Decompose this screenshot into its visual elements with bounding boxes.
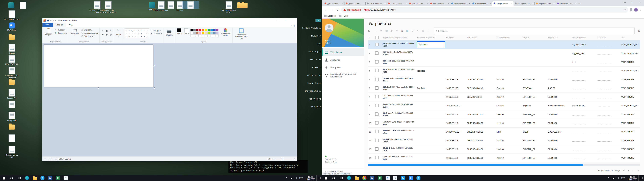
browser-tab[interactable]: Док #239707...× — [429, 1, 450, 6]
browser-tab[interactable]: Док #234565...× — [387, 1, 408, 6]
tray-expand-icon[interactable]: ^ — [607, 175, 610, 181]
rotate-button[interactable]: ↺Повернуть▾ — [81, 35, 98, 38]
desktop-icon[interactable]: МК правки — [4, 112, 20, 122]
shape-icon[interactable]: ↕ — [131, 32, 134, 35]
undo-icon[interactable]: ↶ — [50, 19, 52, 22]
device-description-cell[interactable] — [598, 87, 621, 89]
crop-button[interactable]: ▢Обрезать — [81, 28, 98, 31]
column-header[interactable]: Идентификатор устройства — [383, 36, 417, 38]
zoom-slider-thumb[interactable] — [282, 158, 283, 160]
desktop-icon[interactable]: Скрины — [4, 44, 20, 54]
palette-color[interactable] — [193, 32, 196, 34]
palette-color[interactable] — [204, 34, 207, 37]
table-row[interactable]: 1cec935a8-8aee-4a14-9e4e-83fdb9097150Tes… — [368, 40, 640, 49]
palette-color[interactable] — [190, 34, 193, 37]
row-checkbox[interactable] — [375, 112, 378, 116]
reload-icon[interactable]: ↻ — [336, 8, 340, 12]
device-owner-cell[interactable]: Test Test... — [417, 42, 446, 48]
browser-tab[interactable]: GIF Maker - Cr...× — [556, 1, 577, 6]
shape-icon[interactable]: ☆ — [146, 29, 149, 32]
paint-canvas-area[interactable] — [42, 43, 297, 156]
device-name-cell[interactable]: test — [572, 61, 598, 63]
row-checkbox[interactable] — [375, 121, 378, 124]
palette-color[interactable] — [204, 29, 207, 31]
paint-title-bar[interactable]: ↶ ↷ ▾ Безымянный - Paint — □ × — [42, 18, 297, 23]
text-tool-icon[interactable]: А — [109, 29, 112, 32]
device-description-cell[interactable] — [598, 52, 621, 54]
language-indicator[interactable]: РУС — [620, 175, 626, 181]
browser-tab[interactable]: как сделать пс...× — [514, 1, 535, 6]
volume-icon[interactable] — [615, 175, 620, 181]
block-icon[interactable]: ⊘ — [411, 29, 414, 33]
browser-tab[interactable]: Описание осн...× — [450, 1, 471, 6]
taskbar-search-button[interactable] — [330, 175, 338, 181]
table-row[interactable]: 12209a0413-23f3-4339-9352-281e59a766a010… — [368, 136, 640, 145]
tab-close-icon[interactable]: × — [427, 2, 428, 5]
desktop-icon[interactable]: Документы на сайт — [4, 146, 20, 158]
palette-color[interactable] — [210, 29, 213, 31]
palette-color[interactable] — [208, 32, 210, 34]
taskbar-app-excel[interactable]: X — [54, 175, 62, 181]
taskbar-app-explorer[interactable] — [31, 175, 38, 181]
device-description-cell[interactable] — [598, 70, 621, 72]
maximize-icon[interactable]: □ — [628, 0, 636, 5]
device-name-cell[interactable] — [572, 157, 598, 159]
shape-icon[interactable]: ↔ — [128, 32, 131, 35]
row-checkbox[interactable] — [375, 147, 378, 151]
device-name-cell[interactable] — [572, 122, 598, 124]
size-button[interactable]: Толщина▾ — [164, 28, 174, 43]
table-row[interactable]: 98b451aa9-5ce4-488a-9726-104e635630c510.… — [368, 110, 640, 119]
download-icon[interactable]: ⇩ — [390, 29, 394, 33]
device-owner-cell[interactable]: Test Test — [417, 70, 446, 72]
outline-button[interactable]: ◇Контур▾ — [150, 29, 162, 32]
device-description-cell[interactable] — [598, 104, 621, 107]
paint-window[interactable]: ↶ ↷ ▾ Безымянный - Paint — □ × ФайлГлавн… — [42, 18, 297, 161]
zoom-out-icon[interactable]: − — [273, 158, 274, 160]
taskbar-app-chrome[interactable] — [360, 175, 368, 181]
palette-color[interactable] — [202, 29, 204, 31]
shape-icon[interactable]: ◁ — [140, 29, 143, 32]
palette-color[interactable] — [204, 32, 207, 34]
device-name-cell[interactable] — [572, 131, 598, 133]
palette-color[interactable] — [190, 29, 193, 31]
desktop-icon[interactable] — [236, 1, 252, 8]
column-header[interactable]: Владелец устройства — [417, 36, 446, 38]
table-row[interactable]: 88f3450ba-4b2c-48ba-b709-8bb10a83d177192… — [368, 102, 640, 110]
device-description-cell[interactable] — [598, 44, 621, 46]
tab-close-icon[interactable]: × — [384, 2, 386, 5]
browser-tab[interactable]: Док #222166...× — [344, 1, 366, 6]
device-name-cell[interactable]: my_test_firef... — [572, 52, 598, 55]
device-description-cell[interactable] — [598, 96, 621, 98]
help-icon[interactable]: ? — [294, 24, 295, 27]
task-view-button[interactable] — [338, 175, 345, 181]
table-row[interactable]: 138fcf3342-2a8e-4e24-b666-c94b572c7b2610… — [368, 145, 640, 154]
color2-button[interactable]: Цвет 2 — [183, 28, 190, 40]
scrollbar-thumb[interactable] — [368, 164, 583, 166]
palette-color[interactable] — [193, 34, 196, 37]
desktop-icon[interactable]: N70_S2W 1.0.2 — [4, 55, 20, 65]
paint-tab[interactable]: Вид — [66, 22, 75, 27]
table-row[interactable]: 4b81d1f42-0519-4112-8b26-85631ce5125fTes… — [368, 66, 640, 75]
row-checkbox[interactable] — [375, 104, 378, 107]
shape-icon[interactable]: △ — [137, 29, 140, 32]
shape-icon[interactable]: ∗ — [140, 35, 143, 38]
tab-close-icon[interactable]: × — [406, 2, 407, 5]
device-name-cell[interactable] — [572, 148, 598, 150]
device-description-cell[interactable] — [598, 113, 621, 116]
desktop-icon[interactable]: Мой Zoom — [4, 22, 20, 31]
desktop-icon[interactable]: Кабинет сбн Обнов 16.01.09-23 — [100, 1, 116, 14]
fill-button[interactable]: ◆Заливка▾ — [150, 32, 162, 35]
device-description-cell[interactable] — [598, 148, 621, 150]
close-icon[interactable]: × — [289, 18, 297, 23]
sidebar-item-accounts[interactable]: Аккаунты — [322, 56, 364, 64]
shape-icon[interactable]: → — [125, 32, 128, 35]
taskbar-app-telegram[interactable]: ✈ — [414, 175, 422, 181]
sidebar-item-settings[interactable]: ⚙Настройки — [322, 64, 364, 72]
browser-tab[interactable]: 10.25.88.98:44...× — [366, 1, 387, 6]
tab-close-icon[interactable]: × — [511, 2, 512, 5]
desktop-icon[interactable]: Экз ПМ-ФМ 27.01 — [4, 10, 20, 20]
desktop-icon[interactable] — [4, 78, 20, 85]
select-all-checkbox[interactable] — [375, 36, 378, 39]
paint-tab[interactable]: Главная — [53, 22, 66, 27]
magnifier-tool-icon[interactable]: ◎ — [109, 33, 112, 36]
